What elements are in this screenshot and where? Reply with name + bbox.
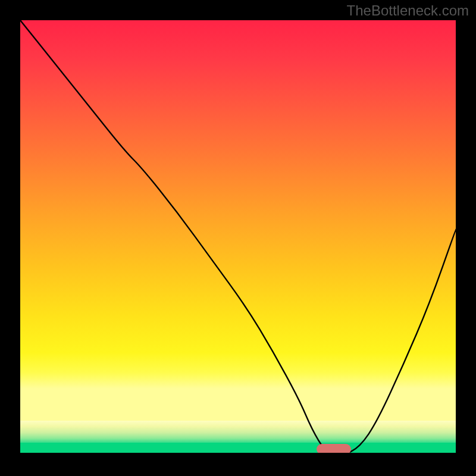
x-axis: [20, 453, 456, 456]
bottleneck-curve: [20, 20, 456, 456]
chart-container: TheBottleneck.com: [0, 0, 476, 476]
watermark-text: TheBottleneck.com: [347, 2, 469, 19]
curve-path: [20, 20, 456, 455]
plot-area: [18, 18, 458, 458]
